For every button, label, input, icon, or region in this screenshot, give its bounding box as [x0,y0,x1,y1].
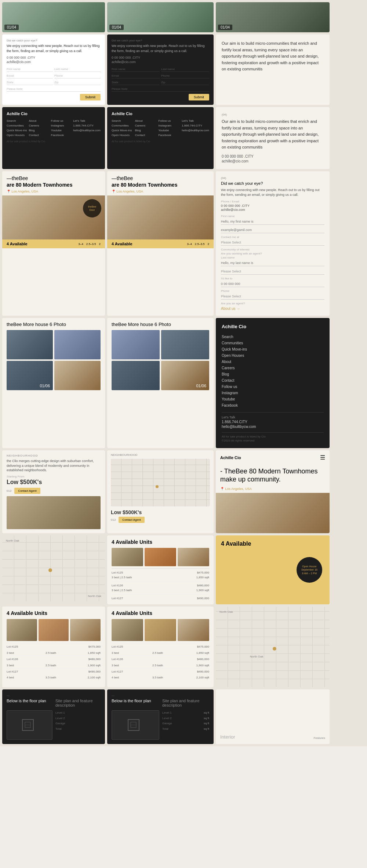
nav-phone-sidebar: 1.866.744.CITY [222,420,324,424]
about-link[interactable]: About us → [221,307,240,311]
nav-blog-sidebar[interactable]: Blog [222,371,324,377]
phone-value-sidebar: 0 00 000 000 .CITY [221,204,324,208]
property-location-mid: 📍 Los Angeles, USA [112,188,209,195]
contact-phone-left: 0 00 000 000 .CITY [7,56,101,59]
id-like-select[interactable]: Please Select [221,268,324,275]
contact-phone-right: 0 00 000 000 .CITY [222,154,324,158]
nav-openhouses-sidebar[interactable]: Open Houses [222,352,324,359]
nav-follow-mid[interactable]: Follow us [158,119,181,123]
price-mid: Low $500K's [111,509,210,515]
property-img-mid [107,195,214,239]
form-field-zip-dark: Zip [161,80,209,85]
nav-letstalk-left[interactable]: Let's Talk [73,119,101,123]
nav-about-sidebar[interactable]: About [222,359,324,365]
nav-search-mid[interactable]: Search [112,119,134,123]
hero-panel-1: 01/04 [2,2,105,32]
nav-careers-sidebar[interactable]: Careers [222,365,324,371]
nav-follow-sidebar[interactable]: Follow us [222,384,324,390]
nav-facebook-left[interactable]: Facebook [51,133,72,137]
nav-careers-mid[interactable]: Careers [135,124,158,128]
feature-title-left: Site plan and feature description [55,699,101,707]
floor-plan-diagram-left [7,710,52,740]
nav-quickmove-sidebar[interactable]: Quick Move-ins [222,346,324,352]
floor-plan-title-left: Below is the floor plan [7,699,52,707]
hero-badge-3: 01/04 [218,25,232,30]
nav-letstalk-mid[interactable]: Let's Talk [182,119,209,123]
email-input[interactable] [221,227,324,233]
nav-communities-left[interactable]: Communities [7,124,28,128]
unit-mid2-1 [112,619,143,641]
neighborhood-mid: Neighbourhood Low $500K's 012 Contact Ag… [107,450,214,533]
first-name-input[interactable] [221,219,324,225]
unit-img-2 [145,548,176,566]
phone-input[interactable] [221,281,324,287]
nav-email-mid[interactable]: hello@builtbycw.com [182,128,209,132]
nav-blog-left[interactable]: Blog [29,128,50,132]
property-listing-left: —theBee are 80 Modern Townhomes 📍 Los An… [2,171,105,316]
photo-mid-1 [112,330,160,359]
form-field-lname: Last name [54,67,101,72]
community-label: Community of interest [221,248,324,251]
nav-openhouses-mid[interactable]: Open Houses [112,133,134,137]
nav-facebook-mid[interactable]: Facebook [158,133,181,137]
interior-label: Interior [220,734,235,740]
brand-mid: Achille Cio [112,111,209,116]
contact-agent-btn-left[interactable]: Contact Agent [14,488,40,494]
nav-openhouses-left[interactable]: Open Houses [7,133,28,137]
nav-facebook-sidebar[interactable]: Facebook [222,402,324,409]
available-bar-mid: 4 Available 3–42.5–3.52 [107,239,214,248]
nav-careers-left[interactable]: Careers [29,124,50,128]
nav-communities-mid[interactable]: Communities [112,124,134,128]
photo-item-1 [7,330,53,359]
nav-instagram-mid[interactable]: Instagram [158,124,181,128]
nav-contact-mid[interactable]: Contact [135,133,158,137]
nav-search-left[interactable]: Search [7,119,28,123]
agent-select[interactable]: Please Select [221,293,324,300]
hamburger-icon[interactable]: ☰ [320,454,325,461]
submit-button-mid[interactable]: Submit [189,94,209,100]
nav-youtube-mid[interactable]: Youtube [158,128,181,132]
hero-badge-1: 01/04 [4,25,19,30]
nav-instagram-left[interactable]: Instagram [51,124,72,128]
floor-plan-specs-left: Level 1 Level 2 Garage Total [55,710,101,740]
contact-agent-btn-mid[interactable]: Contact Agent [119,517,144,523]
nav-follow-left[interactable]: Follow us [51,119,72,123]
nav-contact-sidebar[interactable]: Contact [222,377,324,384]
nav-search-sidebar[interactable]: Search [222,334,324,340]
submit-button-left[interactable]: Submit [80,94,101,100]
contact-email-right: achille@cio.com [222,159,324,163]
map-label-right: North Oak [219,610,233,614]
nav-quickmove-left[interactable]: Quick Move-ins [7,128,28,132]
contact-phone-mid: 0 00 000 000 .CITY [112,56,209,59]
form-field-zip: Zip [54,80,101,85]
mobile-brand: Achille Cio [220,455,241,460]
nav-communities-sidebar[interactable]: Communities [222,340,324,346]
nav-instagram-sidebar[interactable]: Instagram [222,390,324,396]
nav-phone-left[interactable]: 1.866.744.CITY [73,124,101,128]
email-value-sidebar: achille@cio.com [221,208,324,212]
nav-about-mid[interactable]: About [135,119,158,123]
unit-left-3 [70,619,101,641]
nav-blog-mid[interactable]: Blog [135,128,158,132]
last-name-input[interactable] [221,260,324,266]
unit-left-2 [39,619,69,641]
brand-left: Achille Cio [7,111,101,116]
nav-quickmove-mid[interactable]: Quick Move-ins [112,128,134,132]
nav-youtube-sidebar[interactable]: Youtube [222,396,324,402]
neighborhood-left: Neighbourhood the Clio merges cutting-ed… [2,450,105,533]
nav-contact-left[interactable]: Contact [29,133,50,137]
nav-phone-mid[interactable]: 1.866.744.CITY [182,124,209,128]
hero-panel-2: 01/04 [107,2,214,32]
nav-about-left[interactable]: About [29,119,50,123]
form-field-phone-dark: Phone [161,73,209,78]
nav-email-left[interactable]: hello@builtbycw.com [73,128,101,132]
form-field-fname: First name [7,67,53,72]
community-select[interactable]: Please Select [221,239,324,246]
map-label-left: North Oak [6,539,19,542]
photo-section-left: theBee More house 6 Photo 01/06 [2,318,105,448]
mobile-location: 📍 Los Angeles, USA [216,486,330,493]
nav-youtube-left[interactable]: Youtube [51,128,72,132]
floor-plan-mid: — Below is the floor plan Site plan and … [107,689,214,744]
nav-sidebar-right: Achille Cio Search Communities Quick Mov… [216,318,330,448]
hero-badge-2: 01/04 [109,25,124,30]
